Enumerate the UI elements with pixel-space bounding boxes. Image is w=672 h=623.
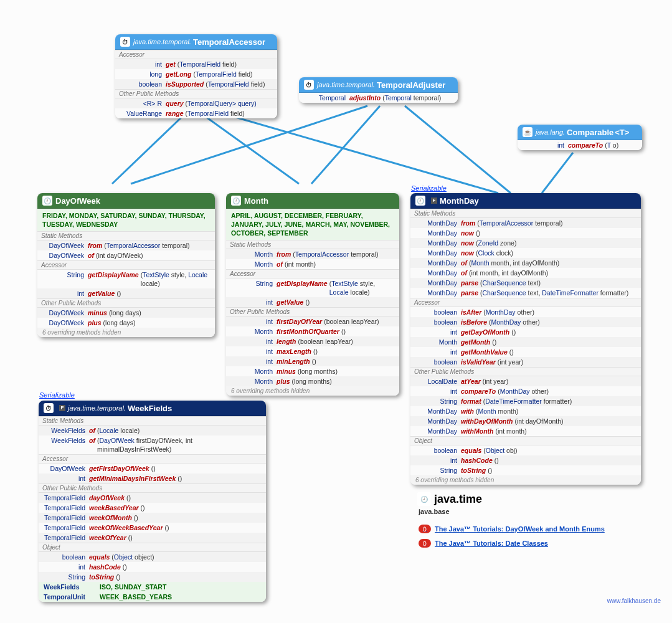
- method-row[interactable]: MonthDaynow(Clock clock): [410, 248, 641, 258]
- method-row[interactable]: intgetMinimalDaysInFirstWeek(): [39, 473, 266, 483]
- method-row[interactable]: Monthplus(long months): [226, 376, 399, 386]
- class-icon: 🕘: [415, 196, 425, 206]
- method-row[interactable]: TemporalFieldweekOfWeekBasedYear(): [39, 523, 266, 533]
- method-row[interactable]: booleanisAfter(MonthDay other): [410, 307, 641, 317]
- interface-icon: ⏱: [304, 80, 314, 90]
- method-row[interactable]: Monthof(int month): [226, 259, 399, 269]
- method-row[interactable]: booleanisBefore(MonthDay other): [410, 317, 641, 327]
- method-row[interactable]: MonthDaynow(): [410, 228, 641, 238]
- section-label: Static Methods: [410, 209, 641, 218]
- method-row[interactable]: booleanisValidYear(int year): [410, 357, 641, 367]
- class-name: Comparable: [567, 128, 613, 137]
- temporal-adjuster-box: ⏱ java.time.temporal. TemporalAdjuster T…: [299, 77, 458, 103]
- method-row[interactable]: MonthDayparse(CharSequence text): [410, 278, 641, 288]
- section-label: Accessor: [115, 50, 277, 59]
- svg-line-4: [311, 106, 380, 184]
- method-row[interactable]: longgetLong(TemporalField field): [115, 69, 277, 79]
- section-label: Other Public Methods: [226, 307, 399, 316]
- method-row[interactable]: intcompareTo(T o): [518, 140, 642, 150]
- enum-icon: 🕘: [231, 196, 241, 206]
- method-row[interactable]: inthashCode(): [410, 455, 641, 465]
- tutorial-link-1[interactable]: ⬯ The Java™ Tutorials: DayOfWeek and Mon…: [419, 525, 605, 533]
- method-row[interactable]: intgetMonthValue(): [410, 347, 641, 357]
- method-row[interactable]: MonthDayof(int month, int dayOfMonth): [410, 268, 641, 278]
- tutorial-link-2[interactable]: ⬯ The Java™ Tutorials: Date Classes: [419, 539, 548, 548]
- constants-row: WeekFieldsISO, SUNDAY_START: [39, 582, 266, 592]
- serializable-label[interactable]: Serializable: [411, 184, 447, 192]
- method-row[interactable]: intgetValue(): [37, 288, 215, 298]
- method-row[interactable]: intminLength(): [226, 356, 399, 366]
- class-name: TemporalAccessor: [193, 37, 265, 47]
- dayofweek-header: 🕘 DayOfWeek: [37, 193, 215, 209]
- monthday-header: 🕘 F MonthDay: [410, 193, 641, 209]
- method-row[interactable]: MonthDaywith(Month month): [410, 406, 641, 416]
- method-row[interactable]: Monthfrom(TemporalAccessor temporal): [226, 249, 399, 259]
- method-row[interactable]: intmaxLength(): [226, 346, 399, 356]
- method-row[interactable]: DayOfWeekfrom(TemporalAccessor temporal): [37, 240, 215, 250]
- method-row[interactable]: intlength(boolean leapYear): [226, 336, 399, 346]
- method-row[interactable]: StringtoString(): [39, 572, 266, 582]
- package-name: java.time: [434, 493, 482, 506]
- method-row[interactable]: intgetValue(): [226, 297, 399, 307]
- monthday-box: 🕘 F MonthDay Static MethodsMonthDayfrom(…: [410, 193, 641, 485]
- method-row[interactable]: TemporalFieldweekOfMonth(): [39, 513, 266, 523]
- enum-constants: APRIL, AUGUST, DECEMBER, FEBRUARY, JANUA…: [226, 209, 399, 240]
- method-row[interactable]: booleanisSupported(TemporalField field): [115, 79, 277, 89]
- method-row[interactable]: intcompareTo(MonthDay other): [410, 386, 641, 396]
- month-header: 🕘 Month: [226, 193, 399, 209]
- method-row[interactable]: Stringformat(DateTimeFormatter formatter…: [410, 396, 641, 406]
- comparable-header: ☕ java.lang. Comparable <T>: [518, 125, 642, 140]
- method-row[interactable]: ValueRangerange(TemporalField field): [115, 108, 277, 118]
- method-row[interactable]: DayOfWeekof(int dayOfWeek): [37, 250, 215, 260]
- section-label: Other Public Methods: [410, 367, 641, 376]
- section-label: Other Public Methods: [37, 298, 215, 308]
- final-badge: F: [431, 197, 437, 204]
- method-row[interactable]: MonthDaywithDayOfMonth(int dayOfMonth): [410, 416, 641, 426]
- method-row[interactable]: MonthDaywithMonth(int month): [410, 426, 641, 436]
- month-box: 🕘 Month APRIL, AUGUST, DECEMBER, FEBRUAR…: [226, 193, 399, 396]
- hidden-note: 6 overriding methods hidden: [37, 328, 215, 337]
- method-row[interactable]: DayOfWeekminus(long days): [37, 308, 215, 318]
- class-name: WeekFields: [128, 404, 172, 413]
- pkg-prefix: java.time.temporal.: [317, 81, 375, 88]
- method-row[interactable]: StringgetDisplayName(TextStyle style, Lo…: [226, 278, 399, 297]
- module-name: java.base: [419, 508, 450, 515]
- section-label: Accessor: [37, 260, 215, 270]
- method-row[interactable]: MonthfirstMonthOfQuarter(): [226, 326, 399, 336]
- method-row[interactable]: TemporalFielddayOfWeek(): [39, 493, 266, 503]
- method-row[interactable]: intfirstDayOfYear(boolean leapYear): [226, 316, 399, 326]
- weekfields-header: ⏱ F java.time.temporal. WeekFields: [39, 401, 266, 416]
- section-label: Other Public Methods: [39, 483, 266, 493]
- method-row[interactable]: StringgetDisplayName(TextStyle style, Lo…: [37, 270, 215, 288]
- method-row[interactable]: DayOfWeekgetFirstDayOfWeek(): [39, 464, 266, 473]
- method-row[interactable]: <R> Rquery(TemporalQuery> query): [115, 98, 277, 108]
- method-row[interactable]: StringtoString(): [410, 465, 641, 475]
- method-row[interactable]: TemporaladjustInto(Temporal temporal): [299, 93, 458, 103]
- method-row[interactable]: intgetDayOfMonth(): [410, 327, 641, 337]
- section-label: Static Methods: [39, 416, 266, 426]
- svg-line-0: [112, 112, 187, 184]
- method-row[interactable]: intget(TemporalField field): [115, 59, 277, 69]
- class-name: Month: [244, 196, 268, 206]
- method-row[interactable]: MonthDayof(Month month, int dayOfMonth): [410, 258, 641, 268]
- method-row[interactable]: LocalDateatYear(int year): [410, 376, 641, 386]
- method-row[interactable]: Monthminus(long months): [226, 366, 399, 376]
- method-row[interactable]: inthashCode(): [39, 562, 266, 572]
- method-row[interactable]: MonthgetMonth(): [410, 337, 641, 347]
- link-text: The Java™ Tutorials: DayOfWeek and Month…: [435, 525, 605, 533]
- method-row[interactable]: booleanequals(Object object): [39, 552, 266, 562]
- footer-link[interactable]: www.falkhausen.de: [607, 597, 661, 604]
- method-row[interactable]: WeekFieldsof(DayOfWeek firstDayOfWeek, i…: [39, 435, 266, 454]
- method-row[interactable]: MonthDayparse(CharSequence text, DateTim…: [410, 288, 641, 298]
- method-row[interactable]: MonthDaynow(ZoneId zone): [410, 238, 641, 248]
- method-row[interactable]: WeekFieldsof(Locale locale): [39, 426, 266, 435]
- method-row[interactable]: booleanequals(Object obj): [410, 445, 641, 455]
- enum-constants: FRIDAY, MONDAY, SATURDAY, SUNDAY, THURSD…: [37, 209, 215, 231]
- method-row[interactable]: TemporalFieldweekBasedYear(): [39, 503, 266, 513]
- method-row[interactable]: TemporalFieldweekOfYear(): [39, 533, 266, 543]
- method-row[interactable]: DayOfWeekplus(long days): [37, 318, 215, 328]
- svg-line-2: [218, 112, 498, 193]
- serializable-label[interactable]: Serializable: [39, 391, 75, 399]
- method-row[interactable]: MonthDayfrom(TemporalAccessor temporal): [410, 218, 641, 228]
- pkg-prefix: java.time.temporal.: [68, 404, 126, 412]
